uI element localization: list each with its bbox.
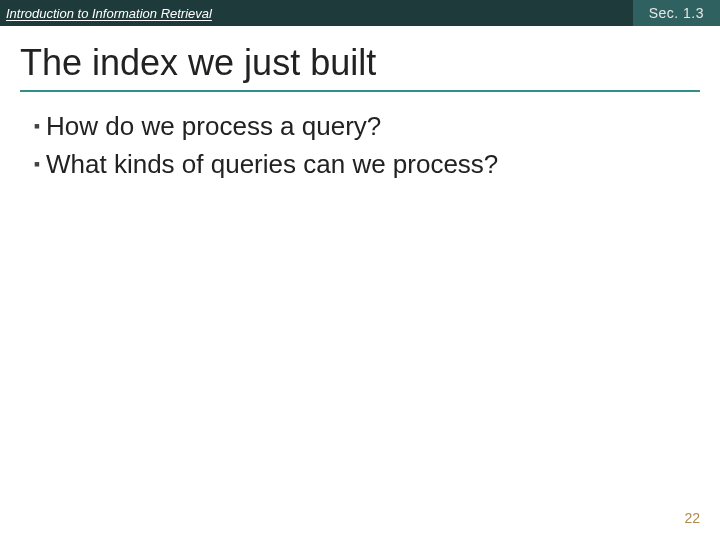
header-right-box: Sec. 1.3: [633, 0, 720, 26]
list-item: ▪ What kinds of queries can we process?: [28, 148, 692, 180]
bullet-icon: ▪: [28, 148, 46, 180]
slide-title: The index we just built: [20, 42, 700, 84]
slide: Introduction to Information Retrieval Se…: [0, 0, 720, 540]
section-label: Sec. 1.3: [649, 5, 704, 21]
list-item: ▪ How do we process a query?: [28, 110, 692, 142]
header-bar: Introduction to Information Retrieval Se…: [0, 0, 720, 26]
bullet-icon: ▪: [28, 110, 46, 142]
title-rule: [20, 90, 700, 92]
bullet-text: How do we process a query?: [46, 110, 381, 142]
body-area: ▪ How do we process a query? ▪ What kind…: [28, 110, 692, 186]
page-number: 22: [684, 510, 700, 526]
title-area: The index we just built: [20, 42, 700, 92]
bullet-text: What kinds of queries can we process?: [46, 148, 498, 180]
header-left-text: Introduction to Information Retrieval: [0, 6, 212, 21]
